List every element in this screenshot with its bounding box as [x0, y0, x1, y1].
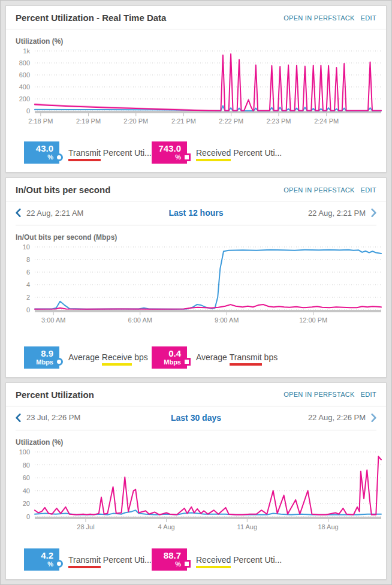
y-tick-label: 400 — [19, 83, 30, 91]
chart-axis-title: In/Out bits per second (Mbps) — [6, 225, 386, 243]
dashboard-column: Percent Utilization - Real Time Data OPE… — [0, 0, 392, 585]
y-tick-label: 0 — [26, 513, 30, 520]
x-tick-label: 18 Aug — [318, 523, 338, 530]
x-tick-label: 2:19 PM — [76, 117, 101, 125]
chart-legend: 43.0 % Transmit Percent Uti... 743.0 % R… — [6, 141, 386, 172]
legend-label: Received Percent Uti... — [196, 148, 282, 158]
x-tick-label: 9:00 AM — [215, 316, 239, 324]
y-tick-label: 6 — [26, 269, 30, 276]
legend-item-received[interactable]: 743.0 % Received Percent Uti... — [152, 141, 279, 164]
y-tick-label: 100 — [19, 448, 30, 456]
x-tick-label: 2:18 PM — [28, 117, 53, 125]
open-in-perfstack-link[interactable]: OPEN IN PERFSTACK — [284, 14, 355, 22]
legend-underlined-word: Transmit — [230, 352, 262, 366]
edit-link[interactable]: EDIT — [361, 391, 376, 398]
y-tick-label: 800 — [19, 59, 30, 67]
y-tick-label: 60 — [23, 474, 30, 481]
legend-underlined-word: Received — [196, 148, 231, 161]
chart-area: 10864203:00 AM6:00 AM9:00 AM12:00 PM — [6, 243, 386, 325]
y-tick-label: 40 — [23, 487, 30, 494]
x-tick-label: 2:22 PM — [219, 117, 243, 125]
series-pink — [35, 456, 381, 514]
widget-header: In/Out bits per second OPEN IN PERFSTACK… — [6, 178, 386, 201]
y-tick-label: 600 — [19, 71, 30, 79]
legend-underlined-word: Receive — [102, 352, 132, 366]
y-tick-label: 8 — [26, 256, 30, 263]
time-range-start: 22 Aug, 2:21 AM — [16, 209, 136, 218]
time-range-nav: 23 Jul, 2:26 PM Last 30 days 22 Aug, 2:2… — [16, 406, 376, 430]
series-circle-marker-icon — [55, 358, 63, 366]
edit-link[interactable]: EDIT — [361, 14, 376, 22]
widget-header-links: OPEN IN PERFSTACK EDIT — [284, 391, 376, 398]
widget-inout-bps: In/Out bits per second OPEN IN PERFSTACK… — [5, 177, 387, 377]
chart-area: 1k80060040020002:18 PM2:19 PM2:20 PM2:21… — [6, 47, 386, 126]
chevron-right-icon[interactable] — [371, 414, 376, 422]
legend-label: Average Transmit bps — [196, 352, 278, 362]
series-pink — [35, 54, 381, 111]
series-circle-marker-icon — [55, 560, 63, 568]
widget-header: Percent Utilization - Real Time Data OPE… — [6, 6, 386, 29]
y-tick-label: 20 — [23, 500, 30, 507]
widget-percent-utilization-30d: Percent Utilization OPEN IN PERFSTACK ED… — [5, 382, 387, 580]
series-pink — [35, 305, 381, 310]
x-tick-label: 2:24 PM — [314, 117, 339, 125]
legend-label: Average Receive bps — [68, 352, 148, 362]
edit-link[interactable]: EDIT — [361, 186, 376, 194]
legend-item-transmit[interactable]: 0.4 Mbps Average Transmit bps — [152, 346, 279, 369]
series-square-marker-icon — [183, 153, 191, 161]
legend-item-receive[interactable]: 8.9 Mbps Average Receive bps — [24, 346, 152, 369]
series-square-marker-icon — [183, 358, 191, 366]
series-blue — [35, 250, 381, 309]
chart-area: 10080604020028 Jul4 Aug11 Aug18 Aug — [6, 448, 386, 532]
open-in-perfstack-link[interactable]: OPEN IN PERFSTACK — [284, 186, 355, 194]
x-tick-label: 3:00 AM — [41, 316, 65, 324]
legend-label: Transmit Percent Uti... — [68, 555, 152, 565]
widget-title: Percent Utilization - Real Time Data — [16, 13, 166, 23]
utilization-30d-chart: 10080604020028 Jul4 Aug11 Aug18 Aug — [11, 448, 384, 532]
chart-legend: 4.2 % Transmit Percent Uti... 88.7 % Rec… — [6, 548, 386, 579]
y-tick-label: 0 — [26, 306, 30, 313]
x-tick-label: 28 Jul — [77, 523, 94, 530]
widget-header: Percent Utilization OPEN IN PERFSTACK ED… — [6, 383, 386, 406]
y-tick-label: 0 — [26, 107, 30, 114]
chevron-left-icon[interactable] — [16, 209, 21, 217]
time-range-end: 22 Aug, 2:26 PM — [256, 413, 376, 422]
chevron-left-icon[interactable] — [16, 414, 21, 422]
time-range-label[interactable]: Last 30 days — [136, 413, 257, 423]
legend-item-transmit[interactable]: 43.0 % Transmit Percent Uti... — [24, 141, 152, 164]
chevron-right-icon[interactable] — [371, 209, 376, 217]
legend-label: Transmit Percent Uti... — [68, 148, 152, 158]
legend-value-badge: 4.2 % — [24, 548, 59, 571]
x-tick-label: 6:00 AM — [128, 316, 152, 324]
widget-header-links: OPEN IN PERFSTACK EDIT — [284, 186, 376, 194]
legend-item-received[interactable]: 88.7 % Received Percent Uti... — [152, 548, 279, 571]
y-tick-label: 1k — [23, 47, 30, 55]
series-circle-marker-icon — [55, 153, 63, 161]
legend-item-transmit[interactable]: 4.2 % Transmit Percent Uti... — [24, 548, 152, 571]
widget-title: Percent Utilization — [16, 390, 94, 400]
legend-underlined-word: Transmit — [68, 148, 101, 161]
legend-value-badge: 0.4 Mbps — [152, 346, 187, 369]
legend-label: Received Percent Uti... — [196, 555, 282, 565]
time-range-end: 22 Aug, 2:21 PM — [256, 209, 376, 218]
x-tick-label: 2:20 PM — [123, 117, 148, 125]
time-range-label[interactable]: Last 12 hours — [136, 208, 257, 218]
time-range-start: 23 Jul, 2:26 PM — [16, 413, 136, 422]
x-tick-label: 2:21 PM — [171, 117, 196, 125]
legend-value-badge: 88.7 % — [152, 548, 187, 571]
chart-axis-title: Utilization (%) — [6, 430, 386, 448]
legend-underlined-word: Received — [196, 555, 231, 568]
widget-percent-utilization-realtime: Percent Utilization - Real Time Data OPE… — [5, 5, 387, 173]
time-range-nav: 22 Aug, 2:21 AM Last 12 hours 22 Aug, 2:… — [16, 201, 376, 225]
axis-baseline — [35, 111, 381, 113]
x-tick-label: 2:23 PM — [266, 117, 291, 125]
axis-baseline — [35, 310, 381, 312]
y-tick-label: 200 — [19, 95, 30, 102]
open-in-perfstack-link[interactable]: OPEN IN PERFSTACK — [284, 391, 355, 398]
chart-axis-title: Utilization (%) — [6, 29, 386, 47]
x-tick-label: 11 Aug — [237, 523, 257, 530]
y-tick-label: 2 — [26, 294, 30, 301]
x-tick-label: 4 Aug — [158, 523, 175, 530]
legend-value-badge: 8.9 Mbps — [24, 346, 59, 369]
legend-value-badge: 743.0 % — [152, 141, 187, 164]
